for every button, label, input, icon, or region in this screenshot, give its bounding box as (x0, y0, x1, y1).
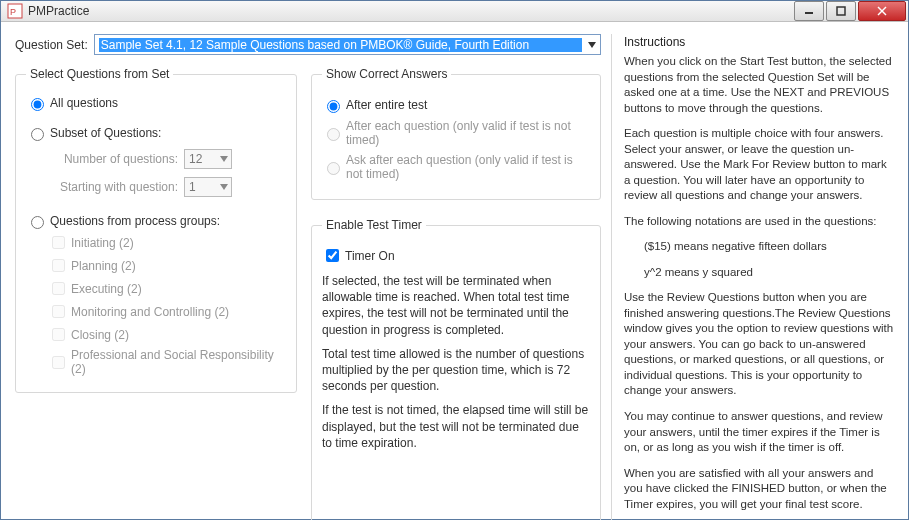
timer-p2: Total test time allowed is the number of… (322, 346, 590, 395)
app-window: P PMPractice Question Set: Sample Set 4.… (0, 0, 909, 520)
check-executing-input[interactable] (52, 282, 65, 295)
window-controls (792, 1, 906, 21)
maximize-button[interactable] (826, 1, 856, 21)
start-question-label: Starting with question: (48, 180, 178, 194)
radio-subset-input[interactable] (31, 128, 44, 141)
start-question-value: 1 (189, 180, 196, 194)
instr-p3: The following notations are used in the … (624, 214, 894, 230)
content-area: Question Set: Sample Set 4.1, 12 Sample … (1, 22, 908, 520)
instr-p4: ($15) means negative fifteen dollars (624, 239, 894, 255)
instr-p2: Each question is multiple choice with fo… (624, 126, 894, 204)
select-questions-fieldset: Select Questions from Set All questions … (15, 67, 297, 393)
radio-subset-label: Subset of Questions: (50, 126, 161, 140)
radio-after-each[interactable]: After each question (only valid if test … (322, 119, 590, 147)
timer-legend: Enable Test Timer (322, 218, 426, 232)
radio-after-each-label: After each question (only valid if test … (346, 119, 590, 147)
instructions-panel: Instructions When you click on the Start… (624, 34, 894, 520)
question-set-select[interactable]: Sample Set 4.1, 12 Sample Questions base… (94, 34, 601, 55)
instr-p1: When you click on the Start Test button,… (624, 54, 894, 116)
question-set-value: Sample Set 4.1, 12 Sample Questions base… (99, 38, 582, 52)
num-questions-value: 12 (189, 152, 202, 166)
show-correct-answers-fieldset: Show Correct Answers After entire test A… (311, 67, 601, 200)
radio-after-test[interactable]: After entire test (322, 97, 590, 113)
titlebar: P PMPractice (1, 1, 908, 22)
minimize-button[interactable] (794, 1, 824, 21)
chevron-down-icon (220, 184, 228, 190)
instr-p6: Use the Review Questions button when you… (624, 290, 894, 399)
check-professional-label: Professional and Social Responsibility (… (71, 348, 286, 376)
radio-ask-each-label: Ask after each question (only valid if t… (346, 153, 590, 181)
select-questions-legend: Select Questions from Set (26, 67, 173, 81)
radio-all-label: All questions (50, 96, 118, 110)
check-closing-label: Closing (2) (71, 328, 129, 342)
check-initiating-input[interactable] (52, 236, 65, 249)
process-groups-list: Initiating (2) Planning (2) Executing (2… (48, 233, 286, 376)
radio-all-input[interactable] (31, 98, 44, 111)
radio-groups-input[interactable] (31, 216, 44, 229)
instr-p5: y^2 means y squared (624, 265, 894, 281)
radio-subset[interactable]: Subset of Questions: (26, 125, 286, 141)
sca-legend: Show Correct Answers (322, 67, 451, 81)
check-timer-on[interactable]: Timer On (322, 246, 590, 265)
check-initiating-label: Initiating (2) (71, 236, 134, 250)
check-professional-input[interactable] (52, 356, 65, 369)
check-monitoring-label: Monitoring and Controlling (2) (71, 305, 229, 319)
timer-fieldset: Enable Test Timer Timer On If selected, … (311, 218, 601, 520)
check-initiating[interactable]: Initiating (2) (48, 233, 286, 252)
number-questions-row: Number of questions: 12 (48, 149, 286, 169)
instructions-header: Instructions (624, 34, 894, 50)
radio-ask-each[interactable]: Ask after each question (only valid if t… (322, 153, 590, 181)
radio-process-groups[interactable]: Questions from process groups: (26, 213, 286, 229)
check-closing-input[interactable] (52, 328, 65, 341)
options-columns: Select Questions from Set All questions … (15, 67, 601, 520)
close-button[interactable] (858, 1, 906, 21)
instr-p8: When you are satisfied with all your ans… (624, 466, 894, 513)
right-options: Show Correct Answers After entire test A… (311, 67, 601, 520)
check-planning-label: Planning (2) (71, 259, 136, 273)
question-set-label: Question Set: (15, 38, 88, 52)
chevron-down-icon (588, 42, 596, 48)
check-closing[interactable]: Closing (2) (48, 325, 286, 344)
check-planning[interactable]: Planning (2) (48, 256, 286, 275)
check-timer-input[interactable] (326, 249, 339, 262)
question-set-row: Question Set: Sample Set 4.1, 12 Sample … (15, 34, 601, 55)
check-monitoring-input[interactable] (52, 305, 65, 318)
radio-after-test-label: After entire test (346, 98, 427, 112)
check-executing[interactable]: Executing (2) (48, 279, 286, 298)
radio-groups-label: Questions from process groups: (50, 214, 220, 228)
left-options: Select Questions from Set All questions … (15, 67, 297, 520)
timer-p1: If selected, the test will be terminated… (322, 273, 590, 338)
chevron-down-icon (220, 156, 228, 162)
timer-p3: If the test is not timed, the elapsed ti… (322, 402, 590, 451)
window-title: PMPractice (28, 4, 792, 18)
instr-p7: You may continue to answer questions, an… (624, 409, 894, 456)
radio-after-test-input[interactable] (327, 100, 340, 113)
check-executing-label: Executing (2) (71, 282, 142, 296)
check-monitoring[interactable]: Monitoring and Controlling (2) (48, 302, 286, 321)
main-column: Question Set: Sample Set 4.1, 12 Sample … (15, 34, 612, 520)
radio-ask-each-input[interactable] (327, 162, 340, 175)
radio-all-questions[interactable]: All questions (26, 95, 286, 111)
check-timer-label: Timer On (345, 249, 395, 263)
start-question-row: Starting with question: 1 (48, 177, 286, 197)
num-questions-label: Number of questions: (48, 152, 178, 166)
num-questions-select[interactable]: 12 (184, 149, 232, 169)
radio-after-each-input[interactable] (327, 128, 340, 141)
svg-text:P: P (10, 7, 16, 17)
check-professional[interactable]: Professional and Social Responsibility (… (48, 348, 286, 376)
app-icon: P (7, 3, 23, 19)
check-planning-input[interactable] (52, 259, 65, 272)
start-question-select[interactable]: 1 (184, 177, 232, 197)
timer-description: If selected, the test will be terminated… (322, 273, 590, 451)
svg-rect-3 (837, 7, 845, 15)
